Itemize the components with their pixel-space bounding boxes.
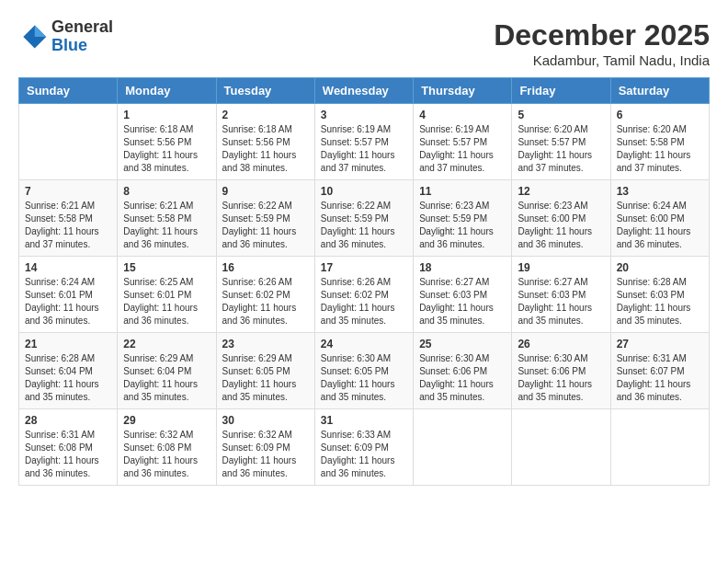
weekday-header-sunday: Sunday: [19, 78, 118, 104]
calendar-cell: [19, 104, 118, 180]
calendar-cell: 2Sunrise: 6:18 AM Sunset: 5:56 PM Daylig…: [216, 104, 314, 180]
day-info: Sunrise: 6:27 AM Sunset: 6:03 PM Dayligh…: [518, 276, 604, 327]
weekday-header-thursday: Thursday: [414, 78, 512, 104]
calendar-cell: 31Sunrise: 6:33 AM Sunset: 6:09 PM Dayli…: [314, 409, 413, 486]
logo-general-text: General: [51, 18, 113, 37]
day-number: 30: [222, 414, 309, 427]
day-info: Sunrise: 6:28 AM Sunset: 6:03 PM Dayligh…: [617, 276, 703, 327]
day-number: 26: [518, 338, 604, 350]
calendar-cell: 12Sunrise: 6:23 AM Sunset: 6:00 PM Dayli…: [512, 180, 610, 257]
day-number: 3: [321, 109, 407, 121]
day-info: Sunrise: 6:30 AM Sunset: 6:05 PM Dayligh…: [321, 352, 407, 404]
logo-icon: [18, 22, 48, 52]
day-number: 1: [123, 109, 210, 121]
calendar-week-3: 14Sunrise: 6:24 AM Sunset: 6:01 PM Dayli…: [19, 257, 710, 333]
calendar-cell: 24Sunrise: 6:30 AM Sunset: 6:05 PM Dayli…: [314, 333, 413, 409]
day-info: Sunrise: 6:32 AM Sunset: 6:09 PM Dayligh…: [222, 429, 309, 480]
day-info: Sunrise: 6:30 AM Sunset: 6:06 PM Dayligh…: [518, 352, 604, 404]
calendar-header-row: SundayMondayTuesdayWednesdayThursdayFrid…: [19, 78, 710, 104]
day-number: 31: [321, 414, 407, 427]
day-number: 23: [222, 338, 309, 350]
day-info: Sunrise: 6:28 AM Sunset: 6:04 PM Dayligh…: [25, 352, 111, 404]
logo: General Blue: [18, 18, 113, 55]
title-block: December 2025 Kadambur, Tamil Nadu, Indi…: [494, 18, 710, 68]
day-info: Sunrise: 6:22 AM Sunset: 5:59 PM Dayligh…: [321, 200, 407, 251]
calendar-cell: 22Sunrise: 6:29 AM Sunset: 6:04 PM Dayli…: [118, 333, 216, 409]
day-number: 22: [123, 338, 210, 350]
day-info: Sunrise: 6:25 AM Sunset: 6:01 PM Dayligh…: [123, 276, 210, 327]
day-number: 10: [321, 185, 407, 198]
day-number: 12: [518, 185, 604, 198]
weekday-header-friday: Friday: [512, 78, 610, 104]
calendar-cell: 28Sunrise: 6:31 AM Sunset: 6:08 PM Dayli…: [19, 409, 118, 486]
weekday-header-wednesday: Wednesday: [314, 78, 413, 104]
calendar-cell: [512, 409, 610, 486]
day-info: Sunrise: 6:23 AM Sunset: 6:00 PM Dayligh…: [518, 200, 604, 251]
day-info: Sunrise: 6:21 AM Sunset: 5:58 PM Dayligh…: [123, 200, 210, 251]
calendar-week-4: 21Sunrise: 6:28 AM Sunset: 6:04 PM Dayli…: [19, 333, 710, 409]
day-info: Sunrise: 6:18 AM Sunset: 5:56 PM Dayligh…: [222, 123, 309, 175]
day-info: Sunrise: 6:31 AM Sunset: 6:07 PM Dayligh…: [617, 352, 703, 404]
day-number: 24: [321, 338, 407, 350]
day-info: Sunrise: 6:19 AM Sunset: 5:57 PM Dayligh…: [321, 123, 407, 175]
calendar-cell: 14Sunrise: 6:24 AM Sunset: 6:01 PM Dayli…: [19, 257, 118, 333]
svg-marker-1: [35, 25, 46, 36]
day-number: 8: [123, 185, 210, 198]
calendar-cell: 13Sunrise: 6:24 AM Sunset: 6:00 PM Dayli…: [610, 180, 709, 257]
calendar-cell: 16Sunrise: 6:26 AM Sunset: 6:02 PM Dayli…: [216, 257, 314, 333]
calendar-week-1: 1Sunrise: 6:18 AM Sunset: 5:56 PM Daylig…: [19, 104, 710, 180]
day-info: Sunrise: 6:32 AM Sunset: 6:08 PM Dayligh…: [123, 429, 210, 480]
day-number: 25: [419, 338, 506, 350]
calendar-cell: 18Sunrise: 6:27 AM Sunset: 6:03 PM Dayli…: [414, 257, 512, 333]
day-number: 2: [222, 109, 309, 121]
day-number: 14: [25, 261, 111, 274]
calendar-table: SundayMondayTuesdayWednesdayThursdayFrid…: [18, 77, 710, 486]
day-info: Sunrise: 6:29 AM Sunset: 6:04 PM Dayligh…: [123, 352, 210, 404]
day-number: 6: [617, 109, 703, 121]
calendar-cell: 21Sunrise: 6:28 AM Sunset: 6:04 PM Dayli…: [19, 333, 118, 409]
calendar-cell: 6Sunrise: 6:20 AM Sunset: 5:58 PM Daylig…: [610, 104, 709, 180]
day-info: Sunrise: 6:31 AM Sunset: 6:08 PM Dayligh…: [25, 429, 111, 480]
day-number: 21: [25, 338, 111, 350]
day-info: Sunrise: 6:23 AM Sunset: 5:59 PM Dayligh…: [419, 200, 506, 251]
day-number: 16: [222, 261, 309, 274]
day-number: 9: [222, 185, 309, 198]
calendar-cell: 1Sunrise: 6:18 AM Sunset: 5:56 PM Daylig…: [118, 104, 216, 180]
day-info: Sunrise: 6:24 AM Sunset: 6:00 PM Dayligh…: [617, 200, 703, 251]
logo-blue-text: Blue: [51, 37, 113, 55]
day-info: Sunrise: 6:33 AM Sunset: 6:09 PM Dayligh…: [321, 429, 407, 480]
day-number: 5: [518, 109, 604, 121]
calendar-cell: 5Sunrise: 6:20 AM Sunset: 5:57 PM Daylig…: [512, 104, 610, 180]
calendar-cell: 3Sunrise: 6:19 AM Sunset: 5:57 PM Daylig…: [314, 104, 413, 180]
calendar-cell: 29Sunrise: 6:32 AM Sunset: 6:08 PM Dayli…: [118, 409, 216, 486]
calendar-week-5: 28Sunrise: 6:31 AM Sunset: 6:08 PM Dayli…: [19, 409, 710, 486]
day-info: Sunrise: 6:24 AM Sunset: 6:01 PM Dayligh…: [25, 276, 111, 327]
day-number: 13: [617, 185, 703, 198]
day-info: Sunrise: 6:30 AM Sunset: 6:06 PM Dayligh…: [419, 352, 506, 404]
calendar-week-2: 7Sunrise: 6:21 AM Sunset: 5:58 PM Daylig…: [19, 180, 710, 257]
calendar-cell: 30Sunrise: 6:32 AM Sunset: 6:09 PM Dayli…: [216, 409, 314, 486]
calendar-cell: 11Sunrise: 6:23 AM Sunset: 5:59 PM Dayli…: [414, 180, 512, 257]
weekday-header-saturday: Saturday: [610, 78, 709, 104]
day-number: 19: [518, 261, 604, 274]
day-info: Sunrise: 6:19 AM Sunset: 5:57 PM Dayligh…: [419, 123, 506, 175]
page-header: General Blue December 2025 Kadambur, Tam…: [18, 18, 710, 68]
logo-text: General Blue: [51, 18, 113, 55]
calendar-cell: 8Sunrise: 6:21 AM Sunset: 5:58 PM Daylig…: [118, 180, 216, 257]
day-number: 4: [419, 109, 506, 121]
day-number: 17: [321, 261, 407, 274]
day-number: 7: [25, 185, 111, 198]
calendar-cell: 26Sunrise: 6:30 AM Sunset: 6:06 PM Dayli…: [512, 333, 610, 409]
day-number: 28: [25, 414, 111, 427]
day-info: Sunrise: 6:18 AM Sunset: 5:56 PM Dayligh…: [123, 123, 210, 175]
calendar-cell: 15Sunrise: 6:25 AM Sunset: 6:01 PM Dayli…: [118, 257, 216, 333]
calendar-cell: 19Sunrise: 6:27 AM Sunset: 6:03 PM Dayli…: [512, 257, 610, 333]
calendar-cell: 23Sunrise: 6:29 AM Sunset: 6:05 PM Dayli…: [216, 333, 314, 409]
day-info: Sunrise: 6:20 AM Sunset: 5:57 PM Dayligh…: [518, 123, 604, 175]
weekday-header-tuesday: Tuesday: [216, 78, 314, 104]
day-number: 18: [419, 261, 506, 274]
day-number: 15: [123, 261, 210, 274]
weekday-header-monday: Monday: [118, 78, 216, 104]
day-info: Sunrise: 6:22 AM Sunset: 5:59 PM Dayligh…: [222, 200, 309, 251]
day-info: Sunrise: 6:21 AM Sunset: 5:58 PM Dayligh…: [25, 200, 111, 251]
